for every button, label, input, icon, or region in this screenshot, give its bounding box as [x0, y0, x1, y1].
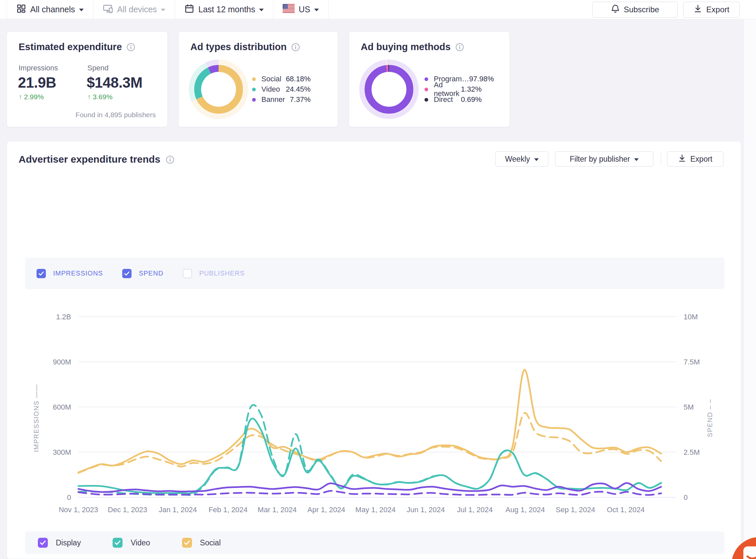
- social-checkbox-icon: [182, 538, 192, 548]
- spend-value: $148.3M: [87, 74, 143, 91]
- display-series-toggle[interactable]: Display: [38, 538, 81, 548]
- ad-buying-title: Ad buying methods: [361, 42, 451, 52]
- ad-buying-donut-chart[interactable]: [356, 56, 422, 122]
- filter-by-publisher-dropdown[interactable]: Filter by publisher: [555, 151, 653, 166]
- impressions-value: 21.9B: [18, 74, 56, 91]
- subscribe-button-label: Subscribe: [624, 5, 659, 14]
- chevron-down-icon: [634, 158, 639, 161]
- devices-filter[interactable]: All devices: [93, 0, 175, 19]
- spend-label: Spend: [87, 64, 109, 72]
- publishers-toggle[interactable]: PUBLISHERS: [183, 269, 245, 278]
- video-checkbox-icon: [113, 538, 123, 548]
- trends-chart[interactable]: 00300M2.5M600M5M900M7.5M1.2B10MIMPRESSIO…: [28, 308, 730, 528]
- subscribe-button[interactable]: Subscribe: [592, 2, 677, 18]
- ad-network-bullet-icon: [425, 88, 428, 91]
- svg-text:600M: 600M: [53, 403, 71, 411]
- chat-smile-icon: [743, 546, 756, 559]
- legend-item-social: Social 68.18%: [252, 74, 310, 84]
- svg-text:Sep 1, 2024: Sep 1, 2024: [556, 506, 595, 514]
- video-series-toggle[interactable]: Video: [113, 538, 150, 548]
- export-button-top[interactable]: Export: [683, 2, 740, 18]
- export-button-top-label: Export: [706, 5, 729, 14]
- chevron-down-icon: [259, 9, 264, 11]
- scrollbar-track[interactable]: [744, 19, 756, 559]
- direct-bullet-icon: [425, 98, 428, 102]
- legend-item-banner: Banner 7.37%: [252, 95, 310, 105]
- svg-text:0: 0: [67, 493, 71, 501]
- card-title: Ad buying methods: [361, 42, 464, 52]
- spend-toggle[interactable]: SPEND: [122, 269, 164, 278]
- granularity-dropdown[interactable]: Weekly: [495, 151, 548, 166]
- svg-text:Oct 1, 2024: Oct 1, 2024: [607, 506, 645, 514]
- svg-text:May 1, 2024: May 1, 2024: [355, 506, 395, 514]
- export-button-trends[interactable]: Export: [667, 151, 723, 166]
- legend-item-ad-network: Ad network 1.32%: [425, 84, 482, 94]
- svg-text:900M: 900M: [53, 358, 71, 366]
- display-checkbox-icon: [38, 538, 48, 548]
- svg-text:0: 0: [684, 493, 688, 501]
- svg-text:7.5M: 7.5M: [684, 358, 700, 366]
- svg-text:SPEND – –: SPEND – –: [706, 399, 713, 437]
- svg-text:Apr 1, 2024: Apr 1, 2024: [308, 506, 345, 514]
- us-flag-icon: [283, 4, 295, 15]
- info-icon[interactable]: [455, 43, 464, 51]
- info-icon[interactable]: [166, 155, 174, 164]
- channels-filter-label: All channels: [30, 5, 75, 14]
- info-icon[interactable]: [127, 43, 135, 51]
- svg-text:IMPRESSIONS ——: IMPRESSIONS ——: [33, 384, 40, 452]
- series-toggle-band: Display Video Social: [25, 532, 725, 554]
- trends-title: Advertiser expenditure trends: [19, 154, 174, 165]
- metric-toggle-band: IMPRESSIONS SPEND PUBLISHERS: [25, 258, 725, 289]
- svg-text:Feb 1, 2024: Feb 1, 2024: [209, 506, 247, 514]
- up-arrow-icon: ↑: [87, 93, 93, 100]
- svg-text:Jun 1, 2024: Jun 1, 2024: [407, 506, 445, 514]
- info-icon[interactable]: [291, 43, 300, 51]
- impressions-change: ↑ 2.99%: [19, 93, 44, 101]
- ad-buying-legend: Program… 97.98% Ad network 1.32% Direct …: [425, 74, 482, 105]
- date-range-filter[interactable]: Last 12 months: [175, 0, 273, 19]
- spend-change: ↑ 3.69%: [87, 93, 113, 101]
- svg-text:Mar 1, 2024: Mar 1, 2024: [258, 506, 297, 514]
- svg-text:10M: 10M: [684, 313, 698, 321]
- expenditure-trends-card: Advertiser expenditure trends Weekly Fil…: [7, 141, 741, 559]
- ad-types-legend: Social 68.18% Video 24.45% Banner 7.37%: [252, 74, 310, 105]
- social-series-toggle[interactable]: Social: [182, 538, 221, 548]
- unchecked-checkbox-icon: [183, 269, 192, 278]
- legend-item-video: Video 24.45%: [252, 84, 310, 94]
- chevron-down-icon: [161, 9, 166, 11]
- download-icon: [694, 4, 702, 15]
- download-icon: [678, 154, 686, 164]
- ad-types-title: Ad types distribution: [190, 42, 287, 52]
- card-title: Ad types distribution: [190, 42, 300, 52]
- svg-text:Nov 1, 2023: Nov 1, 2023: [59, 506, 98, 514]
- calendar-icon: [185, 4, 194, 16]
- svg-text:2.5M: 2.5M: [684, 448, 700, 456]
- filter-bar: All channels All devices Last 12 mo: [7, 0, 328, 19]
- bell-icon: [611, 4, 620, 15]
- channels-filter[interactable]: All channels: [7, 0, 93, 19]
- top-toolbar: All channels All devices Last 12 mo: [0, 0, 756, 19]
- impressions-toggle[interactable]: IMPRESSIONS: [37, 269, 103, 278]
- chevron-down-icon: [79, 9, 84, 11]
- banner-bullet-icon: [252, 98, 256, 102]
- ad-types-donut-chart[interactable]: [185, 56, 252, 122]
- programmatic-bullet-icon: [425, 77, 428, 81]
- social-bullet-icon: [252, 77, 256, 81]
- country-filter-label: US: [299, 5, 310, 14]
- checked-checkbox-icon: [122, 269, 132, 278]
- devices-icon: [103, 4, 113, 16]
- channels-icon: [16, 4, 26, 16]
- impressions-label: Impressions: [19, 64, 58, 72]
- svg-text:Jul 1, 2024: Jul 1, 2024: [457, 506, 493, 514]
- estimated-expenditure-title: Estimated expenditure: [19, 42, 122, 52]
- card-title: Estimated expenditure: [19, 42, 135, 52]
- svg-text:Jan 1, 2024: Jan 1, 2024: [159, 506, 197, 514]
- chevron-down-icon: [534, 158, 539, 161]
- publishers-footnote: Found in 4,895 publishers: [75, 111, 156, 119]
- country-filter[interactable]: US: [273, 0, 328, 19]
- ad-types-card: Ad types distribution Social 68.18% Vide…: [178, 31, 338, 127]
- up-arrow-icon: ↑: [19, 93, 24, 100]
- video-bullet-icon: [252, 88, 256, 91]
- svg-text:Aug 1, 2024: Aug 1, 2024: [505, 506, 545, 514]
- chevron-down-icon: [314, 9, 319, 11]
